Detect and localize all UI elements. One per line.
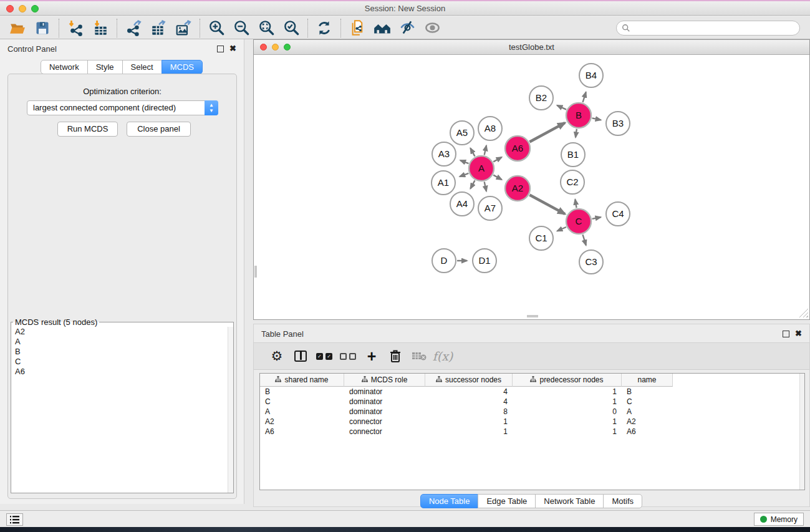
node-A6[interactable]: A6 <box>505 136 530 161</box>
edge-C-C1[interactable] <box>557 227 566 231</box>
edge-A-A8[interactable] <box>485 145 486 155</box>
first-neighbors-button[interactable] <box>370 19 395 37</box>
horizontal-scroll-indicator[interactable] <box>527 315 538 317</box>
edge-B-B2[interactable] <box>557 105 566 110</box>
minimize-window-button[interactable] <box>19 5 26 12</box>
criterion-dropdown[interactable]: largest connected component (directed) ▲… <box>27 100 218 115</box>
node-C[interactable]: C <box>566 209 591 234</box>
open-session-button[interactable] <box>5 19 30 37</box>
table-tab-motifs[interactable]: Motifs <box>603 494 642 508</box>
network-canvas[interactable]: B4B2BB3A8A5A6B1A3AA1C2A2A4A7C4CC1C3DD1 <box>254 55 809 319</box>
edge-A-A3[interactable] <box>460 160 468 163</box>
edge-C-C3[interactable] <box>582 235 586 245</box>
edge-C-C2[interactable] <box>575 200 576 208</box>
edge-A-A6[interactable] <box>493 157 501 162</box>
control-tab-select[interactable]: Select <box>122 60 162 74</box>
table-tab-network-table[interactable]: Network Table <box>535 494 604 508</box>
edge-A-A4[interactable] <box>470 180 475 188</box>
mcds-result-item[interactable]: B <box>11 347 233 357</box>
edge-A-A7[interactable] <box>485 181 486 191</box>
close-panel-button[interactable]: Close panel <box>127 122 191 137</box>
table-row[interactable]: Cdominator41C <box>260 397 804 407</box>
column-header-name[interactable]: name <box>622 374 673 387</box>
node-D1[interactable]: D1 <box>473 249 496 273</box>
mcds-result-item[interactable]: A <box>11 337 233 347</box>
export-network-button[interactable] <box>121 19 146 37</box>
table-tab-node-table[interactable]: Node Table <box>420 494 479 508</box>
node-A7[interactable]: A7 <box>478 196 502 220</box>
hide-selection-button[interactable] <box>395 19 420 37</box>
export-image-button[interactable] <box>171 19 196 37</box>
node-A[interactable]: A <box>469 156 494 181</box>
node-A4[interactable]: A4 <box>450 192 474 216</box>
node-A2[interactable]: A2 <box>505 176 530 201</box>
zoom-fit-button[interactable] <box>254 19 279 37</box>
table-settings-button[interactable]: ⚙ <box>265 347 289 365</box>
export-table-button[interactable] <box>146 19 171 37</box>
column-header-MCDS-role[interactable]: MCDS role <box>344 374 425 387</box>
column-header-shared-name[interactable]: shared name <box>260 374 344 387</box>
memory-button[interactable]: Memory <box>754 513 804 526</box>
toggle-panel-button[interactable] <box>289 347 312 365</box>
column-header-predecessor-nodes[interactable]: predecessor nodes <box>513 374 622 387</box>
node-B3[interactable]: B3 <box>606 112 630 135</box>
search-input[interactable] <box>616 21 800 36</box>
run-mcds-button[interactable]: Run MCDS <box>57 122 118 137</box>
zoom-network-button[interactable] <box>284 44 291 51</box>
edge-A-A5[interactable] <box>470 148 475 157</box>
float-panel-icon[interactable] <box>217 46 224 52</box>
delete-table-button[interactable] <box>407 347 431 365</box>
node-A1[interactable]: A1 <box>432 171 455 195</box>
zoom-selected-button[interactable] <box>279 19 304 37</box>
node-A8[interactable]: A8 <box>478 117 502 140</box>
close-panel-icon[interactable]: ✖ <box>229 44 236 53</box>
edge-C-C4[interactable] <box>592 217 601 219</box>
control-tab-network[interactable]: Network <box>41 60 88 74</box>
edge-B-B1[interactable] <box>576 129 577 138</box>
close-table-panel-icon[interactable]: ✖ <box>795 329 802 338</box>
network-window-titlebar[interactable]: testGlobe.txt <box>254 40 809 55</box>
new-network-from-selection-button[interactable] <box>345 19 370 37</box>
node-A5[interactable]: A5 <box>450 121 474 145</box>
edge-B-B4[interactable] <box>583 92 586 102</box>
node-B[interactable]: B <box>566 103 591 128</box>
import-network-button[interactable] <box>63 19 88 37</box>
node-B2[interactable]: B2 <box>529 86 553 110</box>
node-C3[interactable]: C3 <box>579 250 603 274</box>
refresh-button[interactable] <box>312 19 337 37</box>
vertical-scroll-indicator[interactable] <box>254 266 257 278</box>
show-graphics-details-button[interactable] <box>420 19 445 37</box>
column-header-successor-nodes[interactable]: successor nodes <box>425 374 513 387</box>
close-network-button[interactable] <box>260 44 267 51</box>
edge-A2-C[interactable] <box>529 195 565 214</box>
table-row[interactable]: Bdominator41B <box>260 387 804 397</box>
edge-B-B3[interactable] <box>592 118 601 120</box>
table-scrollbar[interactable] <box>799 374 804 490</box>
node-B4[interactable]: B4 <box>579 64 603 87</box>
delete-columns-button[interactable] <box>383 347 407 365</box>
import-table-button[interactable] <box>88 19 113 37</box>
zoom-in-button[interactable] <box>204 19 229 37</box>
float-table-panel-icon[interactable] <box>783 331 789 337</box>
mcds-result-item[interactable]: C <box>11 357 233 367</box>
select-all-columns-button[interactable]: ✓ ✓ <box>312 347 336 365</box>
table-tab-edge-table[interactable]: Edge Table <box>478 494 536 508</box>
zoom-out-button[interactable] <box>229 19 254 37</box>
control-tab-style[interactable]: Style <box>87 60 123 74</box>
node-C4[interactable]: C4 <box>606 202 630 226</box>
table-row[interactable]: A2connector11A2 <box>260 417 804 427</box>
task-history-button[interactable] <box>6 513 23 526</box>
add-column-button[interactable]: + <box>360 347 383 365</box>
node-C2[interactable]: C2 <box>561 170 584 194</box>
deselect-all-columns-button[interactable] <box>336 347 360 365</box>
node-B1[interactable]: B1 <box>561 143 585 167</box>
result-scrollbar[interactable] <box>228 327 233 493</box>
zoom-window-button[interactable] <box>31 5 39 12</box>
mcds-result-item[interactable]: A2 <box>11 327 233 337</box>
table-row[interactable]: Adominator80A <box>260 407 804 417</box>
save-session-button[interactable] <box>30 19 55 37</box>
close-window-button[interactable] <box>6 5 14 12</box>
edge-A-A2[interactable] <box>493 175 501 180</box>
edge-A-A1[interactable] <box>460 173 468 177</box>
node-D[interactable]: D <box>432 249 456 273</box>
